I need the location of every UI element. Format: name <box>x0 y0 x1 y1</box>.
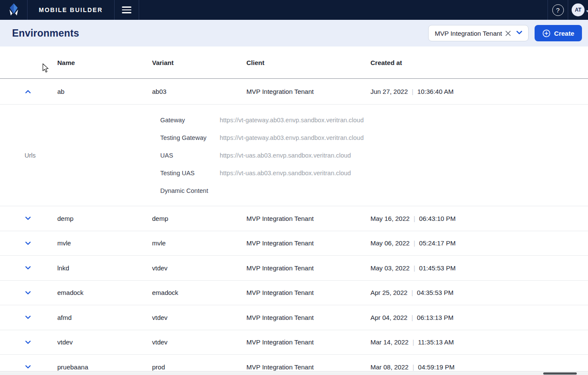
env-client: MVP Integration Tenant <box>246 289 370 296</box>
date-time-separator: | <box>412 363 414 371</box>
created-time: 06:13:13 PM <box>417 314 454 321</box>
table-body: ab ab03 MVP Integration Tenant Jun 27, 2… <box>0 79 588 375</box>
env-created-at: Jun 27, 2022 | 10:36:40 AM <box>370 88 588 95</box>
env-client: MVP Integration Tenant <box>246 88 370 95</box>
row-expand-toggle[interactable] <box>25 289 31 296</box>
table-row[interactable]: afmd vtdev MVP Integration Tenant Apr 04… <box>0 305 588 330</box>
row-expand-toggle[interactable] <box>25 240 31 247</box>
created-time: 06:43:10 PM <box>419 215 456 222</box>
date-time-separator: | <box>411 289 413 296</box>
created-date: May 06, 2022 <box>370 239 410 247</box>
chevron-icon <box>25 264 31 271</box>
table-row[interactable]: mvle mvle MVP Integration Tenant May 06,… <box>0 231 588 256</box>
env-created-at: Apr 04, 2022 | 06:13:13 PM <box>370 314 588 321</box>
tenant-filter-select[interactable]: MVP Integration Tenant <box>428 25 529 41</box>
table-row[interactable]: ab ab03 MVP Integration Tenant Jun 27, 2… <box>0 79 588 105</box>
table-row[interactable]: emadock emadock MVP Integration Tenant A… <box>0 281 588 306</box>
url-list-item: Testing UAS https://vt-uas.ab03.envp.san… <box>160 164 588 182</box>
row-expand-toggle[interactable] <box>25 215 31 222</box>
row-expand-toggle[interactable] <box>25 339 31 346</box>
env-variant: vtdev <box>152 264 246 272</box>
env-variant: emadock <box>152 289 246 296</box>
env-name: pruebaana <box>57 363 152 371</box>
table-header-row: Name Variant Client Created at <box>0 46 588 79</box>
url-list-item: UAS https://vt-uas.ab03.envp.sandbox.ver… <box>160 146 588 164</box>
plus-circle-icon <box>542 29 551 37</box>
date-time-separator: | <box>412 88 414 95</box>
hamburger-icon <box>122 6 131 13</box>
row-expand-toggle[interactable] <box>25 314 31 321</box>
env-name: mvle <box>57 239 152 247</box>
env-variant: vtdev <box>152 314 246 321</box>
created-date: Mar 08, 2022 <box>370 363 408 371</box>
table-row[interactable]: demp demp MVP Integration Tenant May 16,… <box>0 206 588 231</box>
date-time-separator: | <box>414 264 415 272</box>
env-created-at: Mar 08, 2022 | 04:59:19 PM <box>370 363 588 371</box>
row-expand-toggle[interactable] <box>25 264 31 271</box>
help-button[interactable]: ? <box>548 0 568 20</box>
created-date: Mar 14, 2022 <box>370 338 408 346</box>
chevron-icon <box>25 363 31 370</box>
env-variant: demp <box>152 215 246 222</box>
env-client: MVP Integration Tenant <box>246 215 370 222</box>
app-logo[interactable] <box>0 0 28 20</box>
env-name: demp <box>57 215 152 222</box>
url-value: https://vt-uas.ab03.envp.sandbox.veritra… <box>220 170 351 177</box>
env-client: MVP Integration Tenant <box>246 363 370 371</box>
url-list-item: Gateway https://vt-gateway.ab03.envp.san… <box>160 111 588 129</box>
environments-table: Name Variant Client Created at ab ab03 M… <box>0 46 588 375</box>
created-date: Apr 04, 2022 <box>370 314 408 321</box>
date-time-separator: | <box>414 239 415 247</box>
chevron-icon <box>25 339 31 346</box>
veritran-logo-icon <box>9 3 19 17</box>
url-label: Testing Gateway <box>160 134 220 141</box>
url-value: https://vt-uas.ab03.envp.sandbox.veritra… <box>220 152 351 159</box>
header-actions: MVP Integration Tenant Create <box>428 25 582 41</box>
env-variant: ab03 <box>152 88 246 95</box>
avatar: AT <box>572 3 585 16</box>
column-header-client: Client <box>246 59 370 66</box>
date-time-separator: | <box>411 314 413 321</box>
created-date: Jun 27, 2022 <box>370 88 408 95</box>
env-name: emadock <box>57 289 152 296</box>
url-label: UAS <box>160 152 220 159</box>
help-icon: ? <box>552 4 564 16</box>
env-name: lnkd <box>57 264 152 272</box>
table-row[interactable]: lnkd vtdev MVP Integration Tenant May 03… <box>0 256 588 281</box>
chevron-icon <box>25 215 31 222</box>
created-date: Apr 25, 2022 <box>370 289 408 296</box>
env-created-at: Mar 14, 2022 | 11:35:13 AM <box>370 338 588 346</box>
url-value: https://vt-gateway.ab03.envp.sandbox.ver… <box>220 134 364 141</box>
column-header-created-at: Created at <box>370 59 588 66</box>
clear-filter-icon[interactable] <box>505 30 511 37</box>
created-date: May 16, 2022 <box>370 215 410 222</box>
created-time: 11:35:13 AM <box>418 338 454 346</box>
urls-section-label: Urls <box>25 152 36 159</box>
created-time: 04:35:53 PM <box>417 289 454 296</box>
row-expand-toggle[interactable] <box>25 88 31 95</box>
create-button[interactable]: Create <box>535 25 582 41</box>
env-client: MVP Integration Tenant <box>246 338 370 346</box>
url-label: Gateway <box>160 117 220 124</box>
app-title: MOBILE BUILDER <box>28 0 115 20</box>
row-expand-toggle[interactable] <box>25 363 31 370</box>
env-variant: prod <box>152 363 246 371</box>
select-chevron-down-icon[interactable] <box>516 29 523 38</box>
chevron-icon <box>25 88 31 95</box>
menu-button[interactable] <box>115 0 139 20</box>
created-time: 04:59:19 PM <box>418 363 454 371</box>
created-date: May 03, 2022 <box>370 264 410 272</box>
user-menu-button[interactable]: AT ▾ <box>568 0 588 20</box>
page-header: Environments MVP Integration Tenant Crea… <box>0 20 588 46</box>
env-variant: vtdev <box>152 338 246 346</box>
env-created-at: Apr 25, 2022 | 04:35:53 PM <box>370 289 588 296</box>
horizontal-scrollbar[interactable] <box>0 372 588 375</box>
horizontal-scrollbar-thumb[interactable] <box>543 372 577 375</box>
date-time-separator: | <box>414 215 415 222</box>
env-name: ab <box>57 88 152 95</box>
table-row[interactable]: vtdev vtdev MVP Integration Tenant Mar 1… <box>0 330 588 355</box>
column-header-name: Name <box>57 59 152 66</box>
environment-urls-panel: Urls Gateway https://vt-gateway.ab03.env… <box>0 105 588 206</box>
env-client: MVP Integration Tenant <box>246 314 370 321</box>
env-name: vtdev <box>57 338 152 346</box>
